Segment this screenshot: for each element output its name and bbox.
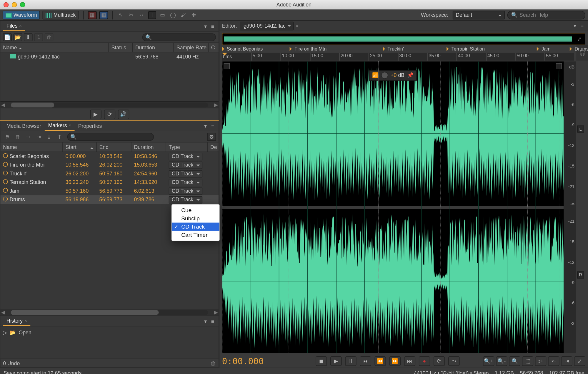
marker-ruler[interactable]: Scarlet BegoniasFire on the MtnTruckin'T… [222,45,574,53]
col-samplerate[interactable]: Sample Rate [174,43,209,52]
files-filter-input[interactable]: 🔍 [142,33,216,41]
marker-duration[interactable]: 6:02.613 [131,188,166,194]
marker-type-select[interactable]: CD Track [169,179,202,186]
play-button[interactable]: ▶ [330,356,342,366]
marker-type-select[interactable]: CD Track [169,170,202,177]
record-button[interactable]: ● [419,356,430,366]
marker-start[interactable]: 26:02.200 [63,171,97,177]
timeline-marker[interactable]: Jam [537,46,551,53]
view-multitrack-button[interactable]: Multitrack [43,11,79,19]
spectral-freq-button[interactable]: ▦ [88,11,96,19]
zoom-full-button[interactable]: ⤢ [574,356,585,366]
marker-duration[interactable]: 24:54.960 [131,171,166,177]
pause-button[interactable]: ⏸ [345,356,356,366]
tab-properties[interactable]: Properties [75,121,105,130]
channel-r-button[interactable]: R [577,271,584,279]
time-ruler[interactable]: hms 5:0010:0015:0020:0025:0030:0035:0040… [222,53,574,61]
rewind-button[interactable]: ⏪ [374,356,386,366]
insert-button[interactable]: ⤵ [34,33,43,41]
add-marker-button[interactable]: ⚑ [3,133,11,141]
zoom-out-point-button[interactable]: ⇥ [561,356,572,366]
skip-selection-button[interactable]: ⤳ [448,356,459,366]
tab-history[interactable]: History× [3,316,30,326]
markers-hscrollbar[interactable]: ◀ ▶ [0,309,218,315]
marker-row[interactable]: Drums56:19.98656:59.7730:39.786CD Track [0,195,218,204]
view-waveform-button[interactable]: Waveform [3,11,40,19]
panel-menu-icon[interactable] [572,23,578,29]
mcol-end[interactable]: End [97,142,131,152]
panel-options-icon[interactable] [579,23,585,29]
timeline-marker[interactable]: Truckin' [383,46,404,53]
panel-options-icon[interactable] [209,23,216,29]
marker-end[interactable]: 50:57.160 [97,171,131,177]
marker-type-select[interactable]: CD Track [169,196,202,203]
go-to-start-button[interactable]: ⏮ [360,356,371,366]
close-icon[interactable]: × [69,123,71,128]
delete-marker-button[interactable]: 🗑 [14,133,22,141]
panel-menu-icon[interactable] [202,23,209,29]
mcol-type[interactable]: Type [166,142,208,152]
marker-row[interactable]: Truckin'26:02.20050:57.16024:54.960CD Tr… [0,169,218,178]
merge-markers-button[interactable]: ⇢ [24,133,32,141]
timeline-marker[interactable]: Terrapin Station [447,46,485,53]
close-icon[interactable]: × [19,24,22,28]
mcol-name[interactable]: Name [0,142,63,152]
marker-row[interactable]: Terrapin Station36:23.24050:57.16014:33.… [0,178,218,187]
clear-history-button[interactable]: 🗑 [211,360,216,366]
file-row[interactable]: gd90-09-14d2.flac 56:59.768 44100 Hz [0,52,218,61]
panel-options-icon[interactable] [209,318,216,324]
marker-end[interactable]: 50:57.160 [97,179,131,185]
history-item[interactable]: ▷ 📂 Open [0,328,218,337]
close-icon[interactable]: × [295,23,298,29]
corner-handle-tr[interactable] [556,63,562,69]
col-name[interactable]: Name [0,43,109,52]
spectral-pitch-button[interactable]: ▦ [99,11,108,19]
panel-options-icon[interactable] [209,123,216,129]
marker-end[interactable]: 56:59.773 [97,188,131,194]
preview-loop-button[interactable]: ⟳ [104,109,115,119]
marker-end[interactable]: 10:58.546 [97,153,131,160]
marker-start[interactable]: 56:19.986 [63,197,97,203]
panel-menu-icon[interactable] [202,123,209,129]
marker-duration[interactable]: 14:33.920 [131,179,166,185]
scroll-right-icon[interactable]: ▶ [213,102,219,108]
navigation-overview[interactable]: ⤢ [222,33,585,45]
workspace-select[interactable]: Default [453,11,505,19]
marker-start[interactable]: 36:23.240 [63,179,97,185]
amplitude-scale[interactable]: dB-3-6-9-12-15-21-∞-21-15-12-9-6-3 [564,61,576,353]
insert-to-cd-button[interactable]: ⇥ [34,133,43,141]
marker-row[interactable]: Fire on the Mtn10:58.54626:02.20015:03.6… [0,161,218,169]
editor-file-select[interactable]: gd90-09-14d2.flac [240,21,294,30]
marker-type-select[interactable]: CD Track [169,161,202,169]
waveform-display[interactable]: 📶 +0 dB 📌 [222,61,564,353]
time-selection-tool[interactable]: Ｉ [148,11,156,19]
markers-filter-input[interactable]: 🔍 [67,133,154,141]
mcol-duration[interactable]: Duration [131,142,166,152]
col-channels[interactable]: C [209,43,217,52]
pin-button[interactable]: 📌 [407,72,414,78]
marker-duration[interactable]: 10:58.546 [131,153,166,160]
heal-tool[interactable]: ✚ [190,11,198,19]
export-audio-button[interactable]: ⤓ [45,133,53,141]
marker-start[interactable]: 50:57.160 [63,188,97,194]
close-icon[interactable]: × [24,318,27,323]
slip-tool[interactable]: ↔ [138,11,146,19]
tab-markers[interactable]: Markers× [45,121,75,130]
menu-item-cue[interactable]: Cue [172,206,219,214]
stop-button[interactable]: ◼ [316,356,327,366]
channel-zoom-button[interactable]: ⤢ [574,36,585,42]
menu-item-subclip[interactable]: Subclip [172,214,219,223]
marker-duration[interactable]: 15:03.653 [131,162,166,168]
scroll-right-icon[interactable]: ▶ [213,309,219,315]
marker-type-select[interactable]: CD Track [169,153,202,160]
col-status[interactable]: Status [109,43,133,52]
zoom-in-point-button[interactable]: ⇤ [548,356,559,366]
razor-tool[interactable]: ✂ [127,11,135,19]
current-time-display[interactable]: 0:00.000 [222,356,300,366]
zoom-in-button[interactable]: 🔍+ [483,356,494,366]
open-file-button[interactable]: 📂 [14,33,22,41]
delete-button[interactable]: 🗑 [45,33,53,41]
marker-row[interactable]: Scarlet Begonias0:00.00010:58.54610:58.5… [0,152,218,160]
marker-start[interactable]: 10:58.546 [63,162,97,168]
files-hscrollbar[interactable]: ◀ ▶ [0,101,218,108]
